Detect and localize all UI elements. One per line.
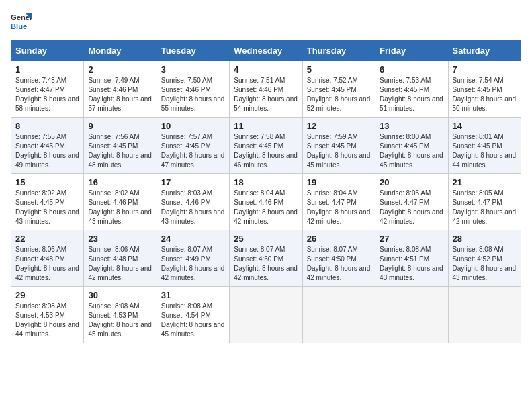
day-number: 15	[15, 177, 79, 187]
day-cell: 24 Sunrise: 8:07 AM Sunset: 4:49 PM Dayl…	[157, 230, 229, 287]
day-cell: 26 Sunrise: 8:07 AM Sunset: 4:50 PM Dayl…	[302, 230, 375, 287]
logo: General Blue	[11, 11, 32, 32]
day-number: 7	[453, 64, 517, 75]
day-number: 9	[88, 121, 152, 131]
day-number: 31	[161, 290, 225, 300]
week-row-5: 29 Sunrise: 8:08 AM Sunset: 4:53 PM Dayl…	[11, 287, 521, 343]
day-info: Sunrise: 8:08 AM Sunset: 4:53 PM Dayligh…	[15, 302, 79, 339]
day-cell: 25 Sunrise: 8:07 AM Sunset: 4:50 PM Dayl…	[230, 230, 302, 287]
day-number: 23	[88, 234, 152, 244]
day-number: 13	[380, 121, 443, 131]
day-number: 29	[15, 290, 79, 300]
col-header-monday: Monday	[84, 41, 157, 61]
day-cell: 19 Sunrise: 8:04 AM Sunset: 4:47 PM Dayl…	[302, 174, 375, 230]
day-cell: 2 Sunrise: 7:49 AM Sunset: 4:46 PM Dayli…	[84, 61, 157, 118]
day-number: 18	[234, 177, 298, 187]
day-number: 24	[161, 234, 225, 244]
day-info: Sunrise: 7:59 AM Sunset: 4:45 PM Dayligh…	[307, 132, 371, 170]
day-info: Sunrise: 8:06 AM Sunset: 4:48 PM Dayligh…	[15, 245, 79, 283]
day-number: 12	[307, 121, 371, 131]
day-info: Sunrise: 8:06 AM Sunset: 4:48 PM Dayligh…	[88, 245, 152, 283]
day-info: Sunrise: 8:07 AM Sunset: 4:50 PM Dayligh…	[234, 245, 298, 283]
day-info: Sunrise: 8:07 AM Sunset: 4:50 PM Dayligh…	[307, 245, 371, 283]
day-info: Sunrise: 7:52 AM Sunset: 4:45 PM Dayligh…	[307, 76, 371, 113]
day-cell: 31 Sunrise: 8:08 AM Sunset: 4:54 PM Dayl…	[157, 287, 229, 343]
day-info: Sunrise: 7:57 AM Sunset: 4:45 PM Dayligh…	[161, 132, 225, 170]
day-number: 5	[307, 64, 371, 75]
col-header-sunday: Sunday	[11, 41, 84, 61]
day-info: Sunrise: 8:08 AM Sunset: 4:52 PM Dayligh…	[453, 245, 517, 283]
day-info: Sunrise: 8:02 AM Sunset: 4:45 PM Dayligh…	[15, 189, 79, 226]
day-info: Sunrise: 8:04 AM Sunset: 4:46 PM Dayligh…	[234, 189, 298, 226]
day-number: 26	[307, 234, 371, 244]
day-number: 19	[307, 177, 371, 187]
col-header-friday: Friday	[375, 41, 448, 61]
day-info: Sunrise: 8:05 AM Sunset: 4:47 PM Dayligh…	[453, 189, 517, 226]
day-number: 6	[380, 64, 443, 75]
day-info: Sunrise: 7:58 AM Sunset: 4:45 PM Dayligh…	[234, 132, 298, 170]
page-header: General Blue	[11, 11, 521, 32]
day-number: 14	[453, 121, 517, 131]
week-row-1: 1 Sunrise: 7:48 AM Sunset: 4:47 PM Dayli…	[11, 61, 521, 118]
day-cell: 4 Sunrise: 7:51 AM Sunset: 4:46 PM Dayli…	[230, 61, 302, 118]
week-row-2: 8 Sunrise: 7:55 AM Sunset: 4:45 PM Dayli…	[11, 118, 521, 174]
day-info: Sunrise: 7:48 AM Sunset: 4:47 PM Dayligh…	[15, 76, 79, 113]
day-info: Sunrise: 8:05 AM Sunset: 4:47 PM Dayligh…	[380, 189, 443, 226]
day-number: 4	[234, 64, 298, 75]
day-cell: 28 Sunrise: 8:08 AM Sunset: 4:52 PM Dayl…	[448, 230, 521, 287]
day-cell	[375, 287, 448, 343]
day-info: Sunrise: 7:51 AM Sunset: 4:46 PM Dayligh…	[234, 76, 298, 113]
day-number: 3	[161, 64, 225, 75]
day-info: Sunrise: 7:53 AM Sunset: 4:45 PM Dayligh…	[380, 76, 443, 113]
week-row-4: 22 Sunrise: 8:06 AM Sunset: 4:48 PM Dayl…	[11, 230, 521, 287]
col-header-saturday: Saturday	[448, 41, 521, 61]
day-number: 1	[15, 64, 79, 75]
day-number: 30	[88, 290, 152, 300]
day-number: 21	[453, 177, 517, 187]
day-cell: 13 Sunrise: 8:00 AM Sunset: 4:45 PM Dayl…	[375, 118, 448, 174]
day-cell: 30 Sunrise: 8:08 AM Sunset: 4:53 PM Dayl…	[84, 287, 157, 343]
col-header-tuesday: Tuesday	[157, 41, 229, 61]
day-cell: 7 Sunrise: 7:54 AM Sunset: 4:45 PM Dayli…	[448, 61, 521, 118]
day-cell: 27 Sunrise: 8:08 AM Sunset: 4:51 PM Dayl…	[375, 230, 448, 287]
day-number: 28	[453, 234, 517, 244]
day-number: 25	[234, 234, 298, 244]
day-cell: 8 Sunrise: 7:55 AM Sunset: 4:45 PM Dayli…	[11, 118, 84, 174]
day-number: 22	[15, 234, 79, 244]
calendar-table: SundayMondayTuesdayWednesdayThursdayFrid…	[11, 40, 521, 343]
day-cell: 16 Sunrise: 8:02 AM Sunset: 4:46 PM Dayl…	[84, 174, 157, 230]
week-row-3: 15 Sunrise: 8:02 AM Sunset: 4:45 PM Dayl…	[11, 174, 521, 230]
day-number: 16	[88, 177, 152, 187]
day-number: 8	[15, 121, 79, 131]
day-cell: 21 Sunrise: 8:05 AM Sunset: 4:47 PM Dayl…	[448, 174, 521, 230]
col-header-wednesday: Wednesday	[230, 41, 302, 61]
day-info: Sunrise: 8:08 AM Sunset: 4:51 PM Dayligh…	[380, 245, 443, 283]
day-info: Sunrise: 7:50 AM Sunset: 4:46 PM Dayligh…	[161, 76, 225, 113]
day-info: Sunrise: 7:55 AM Sunset: 4:45 PM Dayligh…	[15, 132, 79, 170]
logo-icon: General Blue	[11, 11, 32, 32]
day-info: Sunrise: 8:07 AM Sunset: 4:49 PM Dayligh…	[161, 245, 225, 283]
day-info: Sunrise: 7:54 AM Sunset: 4:45 PM Dayligh…	[453, 76, 517, 113]
day-number: 27	[380, 234, 443, 244]
day-cell: 23 Sunrise: 8:06 AM Sunset: 4:48 PM Dayl…	[84, 230, 157, 287]
day-info: Sunrise: 8:01 AM Sunset: 4:45 PM Dayligh…	[453, 132, 517, 170]
day-cell: 22 Sunrise: 8:06 AM Sunset: 4:48 PM Dayl…	[11, 230, 84, 287]
day-info: Sunrise: 8:08 AM Sunset: 4:54 PM Dayligh…	[161, 302, 225, 339]
day-cell	[448, 287, 521, 343]
day-number: 17	[161, 177, 225, 187]
col-header-thursday: Thursday	[302, 41, 375, 61]
day-cell: 1 Sunrise: 7:48 AM Sunset: 4:47 PM Dayli…	[11, 61, 84, 118]
day-cell: 12 Sunrise: 7:59 AM Sunset: 4:45 PM Dayl…	[302, 118, 375, 174]
header-row: SundayMondayTuesdayWednesdayThursdayFrid…	[11, 41, 521, 61]
svg-text:Blue: Blue	[11, 22, 27, 30]
day-cell: 10 Sunrise: 7:57 AM Sunset: 4:45 PM Dayl…	[157, 118, 229, 174]
day-cell: 9 Sunrise: 7:56 AM Sunset: 4:45 PM Dayli…	[84, 118, 157, 174]
day-cell	[302, 287, 375, 343]
day-cell: 14 Sunrise: 8:01 AM Sunset: 4:45 PM Dayl…	[448, 118, 521, 174]
day-info: Sunrise: 8:00 AM Sunset: 4:45 PM Dayligh…	[380, 132, 443, 170]
day-number: 10	[161, 121, 225, 131]
day-info: Sunrise: 8:04 AM Sunset: 4:47 PM Dayligh…	[307, 189, 371, 226]
day-cell: 11 Sunrise: 7:58 AM Sunset: 4:45 PM Dayl…	[230, 118, 302, 174]
day-number: 11	[234, 121, 298, 131]
day-number: 2	[88, 64, 152, 75]
